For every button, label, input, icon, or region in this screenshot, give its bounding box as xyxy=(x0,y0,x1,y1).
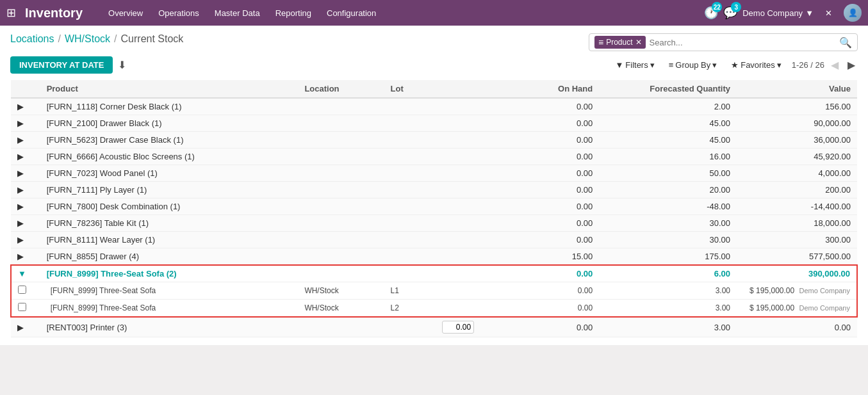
expand-cell[interactable]: ▶ xyxy=(11,215,40,232)
child-lot-l1: L1 xyxy=(384,282,436,300)
next-page-button[interactable]: ▶ xyxy=(845,58,858,72)
nav-master-data[interactable]: Master Data xyxy=(208,6,266,20)
table-row[interactable]: ▶ [FURN_2100] Drawer Black (1) 0.00 45.0… xyxy=(11,115,857,132)
inventory-at-date-button[interactable]: INVENTORY AT DATE xyxy=(10,56,113,74)
row-checkbox-l1[interactable] xyxy=(18,286,26,294)
product-label-rent[interactable]: [RENT003] Printer (3) xyxy=(40,317,436,337)
row-checkbox-l2[interactable] xyxy=(18,303,26,311)
forecast-value: 45.00 xyxy=(599,132,737,149)
search-input[interactable] xyxy=(650,38,835,47)
on-hand-value: 0.00 xyxy=(496,115,599,132)
favorites-dropdown-icon: ▾ xyxy=(777,60,782,70)
rent-value: 0.00 xyxy=(737,317,857,337)
highlighted-group-row[interactable]: ▼ [FURN_8999] Three-Seat Sofa (2) 0.00 6… xyxy=(11,265,857,282)
favorites-button[interactable]: ★ Favorites ▾ xyxy=(726,58,786,72)
forecast-value: 16.00 xyxy=(599,149,737,165)
download-button[interactable]: ⬇ xyxy=(118,59,126,71)
expand-cell-highlighted[interactable]: ▼ xyxy=(11,265,40,282)
col-lot[interactable]: Lot xyxy=(384,80,436,98)
nav-links: Overview Operations Master Data Reportin… xyxy=(102,6,698,20)
highlighted-product-label[interactable]: [FURN_8999] Three-Seat Sofa (2) xyxy=(40,265,496,282)
table-row[interactable]: ▶ [FURN_6666] Acoustic Bloc Screens (1) … xyxy=(11,149,857,165)
product-label[interactable]: [FURN_8855] Drawer (4) xyxy=(40,248,496,266)
table-row[interactable]: ▶ [FURN_8855] Drawer (4) 15.00 175.00 57… xyxy=(11,248,857,266)
breadcrumb-wh-stock[interactable]: WH/Stock xyxy=(65,33,110,45)
table-row[interactable]: ▶ [FURN_8111] Wear Layer (1) 0.00 30.00 … xyxy=(11,232,857,248)
messages-icon-wrap[interactable]: 💬 3 xyxy=(723,6,737,20)
expand-cell-rent[interactable]: ▶ xyxy=(11,317,40,337)
table-row[interactable]: ▶ [FURN_7800] Desk Combination (1) 0.00 … xyxy=(11,198,857,215)
close-button[interactable]: ✕ xyxy=(819,6,839,20)
company-switcher[interactable]: Demo Company ▼ xyxy=(742,8,814,18)
on-hand-value: 0.00 xyxy=(496,149,599,165)
expand-icon: ▶ xyxy=(17,235,24,245)
expand-icon: ▶ xyxy=(17,118,24,128)
search-filter-tag[interactable]: ≡ Product ✕ xyxy=(594,36,646,49)
clock-icon-wrap[interactable]: 🕐 22 xyxy=(704,6,718,20)
table-row[interactable]: ▶ [FURN_78236] Table Kit (1) 0.00 30.00 … xyxy=(11,215,857,232)
child-lot-l2: L2 xyxy=(384,300,436,318)
expand-cell[interactable]: ▶ xyxy=(11,198,40,215)
expand-cell[interactable]: ▶ xyxy=(11,132,40,149)
expand-icon: ▶ xyxy=(17,202,24,211)
product-label[interactable]: [FURN_78236] Table Kit (1) xyxy=(40,215,496,232)
expand-cell[interactable]: ▶ xyxy=(11,232,40,248)
nav-reporting[interactable]: Reporting xyxy=(269,6,318,20)
expand-cell[interactable]: ▶ xyxy=(11,248,40,266)
avatar[interactable]: 👤 xyxy=(844,4,862,22)
product-label[interactable]: [FURN_2100] Drawer Black (1) xyxy=(40,115,496,132)
product-label[interactable]: [FURN_1118] Corner Desk Black (1) xyxy=(40,98,496,115)
col-forecast[interactable]: Forecasted Quantity xyxy=(599,80,737,98)
expand-cell[interactable]: ▶ xyxy=(11,182,40,198)
rent-on-hand-input[interactable] xyxy=(442,321,474,334)
child-location-l2: WH/Stock xyxy=(298,300,384,318)
table-body: ▶ [FURN_1118] Corner Desk Black (1) 0.00… xyxy=(11,98,857,337)
product-label[interactable]: [FURN_6666] Acoustic Bloc Screens (1) xyxy=(40,149,496,165)
col-location[interactable]: Location xyxy=(298,80,384,98)
expand-cell[interactable]: ▶ xyxy=(11,98,40,115)
inventory-table: Product Location Lot On Hand Forecasted … xyxy=(10,80,858,337)
rent-input-cell[interactable] xyxy=(436,317,496,337)
table-row[interactable]: ▶ [FURN_5623] Drawer Case Black (1) 0.00… xyxy=(11,132,857,149)
col-on-hand[interactable]: On Hand xyxy=(496,80,599,98)
expand-cell[interactable]: ▶ xyxy=(11,115,40,132)
breadcrumb-sep2: / xyxy=(114,33,117,45)
highlighted-child-row-l2[interactable]: [FURN_8999] Three-Seat Sofa WH/Stock L2 … xyxy=(11,300,857,318)
app-grid-icon[interactable]: ⊞ xyxy=(6,6,16,20)
group-by-button[interactable]: ≡ Group By ▾ xyxy=(664,58,723,72)
breadcrumb-locations[interactable]: Locations xyxy=(10,33,54,45)
filters-button[interactable]: ▼ Filters ▾ xyxy=(610,58,659,72)
product-label[interactable]: [FURN_7800] Desk Combination (1) xyxy=(40,198,496,215)
table-row[interactable]: ▶ [FURN_7111] Ply Layer (1) 0.00 20.00 2… xyxy=(11,182,857,198)
product-label[interactable]: [FURN_5623] Drawer Case Black (1) xyxy=(40,132,496,149)
table-row-rent003[interactable]: ▶ [RENT003] Printer (3) 0.00 3.00 0.00 xyxy=(11,317,857,337)
expand-cell[interactable]: ▶ xyxy=(11,149,40,165)
search-button[interactable]: 🔍 xyxy=(839,36,852,49)
highlighted-child-row-l1[interactable]: [FURN_8999] Three-Seat Sofa WH/Stock L1 … xyxy=(11,282,857,300)
nav-operations[interactable]: Operations xyxy=(152,6,206,20)
expand-icon: ▶ xyxy=(17,218,24,228)
nav-configuration[interactable]: Configuration xyxy=(320,6,382,20)
check-cell-l2[interactable] xyxy=(11,300,40,318)
child-product-l1[interactable]: [FURN_8999] Three-Seat Sofa xyxy=(40,282,299,300)
expand-cell[interactable]: ▶ xyxy=(11,165,40,182)
product-label[interactable]: [FURN_7023] Wood Panel (1) xyxy=(40,165,496,182)
child-product-l2[interactable]: [FURN_8999] Three-Seat Sofa xyxy=(40,300,299,318)
table-row[interactable]: ▶ [FURN_7023] Wood Panel (1) 0.00 50.00 … xyxy=(11,165,857,182)
table-row[interactable]: ▶ [FURN_1118] Corner Desk Black (1) 0.00… xyxy=(11,98,857,115)
product-label[interactable]: [FURN_7111] Ply Layer (1) xyxy=(40,182,496,198)
on-hand-value: 0.00 xyxy=(496,132,599,149)
check-cell-l1[interactable] xyxy=(11,282,40,300)
col-expand xyxy=(11,80,40,98)
nav-overview[interactable]: Overview xyxy=(102,6,149,20)
rent-forecast: 3.00 xyxy=(599,317,737,337)
expand-icon: ▶ xyxy=(17,102,24,111)
clock-badge: 22 xyxy=(712,2,722,12)
filters-dropdown-icon: ▾ xyxy=(650,60,655,70)
filter-tag-close[interactable]: ✕ xyxy=(635,38,642,47)
prev-page-button[interactable]: ◀ xyxy=(828,58,841,72)
col-value[interactable]: Value xyxy=(737,80,857,98)
product-label[interactable]: [FURN_8111] Wear Layer (1) xyxy=(40,232,496,248)
toolbar-right: ▼ Filters ▾ ≡ Group By ▾ ★ Favorites ▾ 1… xyxy=(610,58,858,72)
col-product[interactable]: Product xyxy=(40,80,299,98)
